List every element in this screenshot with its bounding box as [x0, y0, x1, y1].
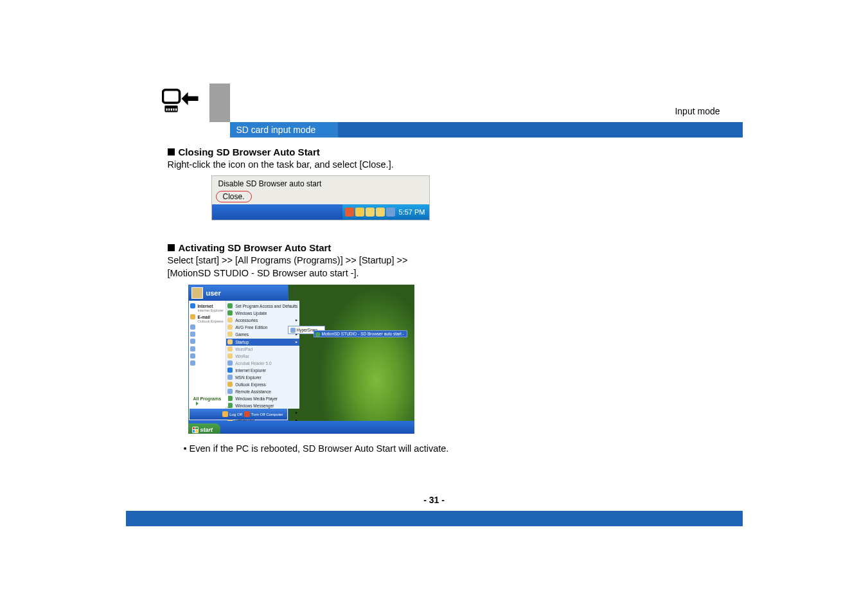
- xp-taskbar: start: [188, 421, 414, 434]
- start-item-recent: [189, 360, 226, 367]
- shutdown-button: Turn Off Computer: [244, 411, 283, 417]
- tray-clock: 5:57 PM: [399, 208, 425, 216]
- windows-logo-icon: [192, 427, 199, 433]
- heading-closing: Closing SD Browser Auto Start: [168, 147, 614, 157]
- svg-rect-5: [173, 109, 174, 111]
- mode-label: Input mode: [675, 106, 720, 116]
- start-item-recent: [189, 324, 226, 331]
- logo-area: [126, 84, 209, 122]
- all-programs-list: Set Program Access and Defaults Windows …: [226, 301, 299, 409]
- tray-icon: [386, 208, 395, 217]
- tray-icon: [366, 208, 375, 217]
- start-item-recent: [189, 331, 226, 338]
- startup-folder-highlighted: Startup▸: [226, 339, 299, 346]
- svg-rect-2: [166, 109, 167, 111]
- xp-taskbar: 5:57 PM: [212, 204, 429, 220]
- menu-item-disable: Disable SD Browser auto start: [216, 178, 425, 190]
- svg-rect-0: [163, 90, 179, 103]
- square-bullet-icon: [168, 244, 175, 251]
- tray-shield-icon: [345, 208, 354, 217]
- closing-instruction: Right-click the icon on the task bar, an…: [168, 159, 614, 172]
- reboot-note: • Even if the PC is rebooted, SD Browser…: [168, 443, 614, 456]
- menu-item-close-highlighted: Close.: [216, 191, 252, 202]
- taskbar-menu-screenshot: Disable SD Browser auto start Close. 5:5…: [211, 175, 614, 220]
- section-title: SD card input mode: [230, 122, 338, 138]
- start-item-recent: [189, 346, 226, 353]
- all-programs-button: All Programs: [191, 395, 228, 407]
- start-item-internet: Internet Internet Explorer: [189, 303, 226, 314]
- start-item-email: E-mail Outlook Express: [189, 314, 226, 324]
- tray-icon: [376, 208, 385, 217]
- footer-blue-bar: [126, 511, 743, 526]
- xp-desktop-wallpaper: [287, 285, 414, 421]
- activating-instruction: Select [start] >> [All Programs (Program…: [168, 254, 614, 280]
- sd-input-icon: [162, 87, 199, 118]
- start-item-recent: [189, 338, 226, 345]
- square-bullet-icon: [168, 148, 175, 155]
- svg-rect-6: [175, 109, 177, 111]
- tray-icon: [355, 208, 364, 217]
- start-item-recent: [189, 353, 226, 360]
- heading-activating: Activating SD Browser Auto Start: [168, 242, 614, 253]
- user-avatar-icon: [191, 287, 203, 299]
- xp-start-menu: user Internet Internet Explorer E-mail O…: [188, 285, 288, 421]
- motionsd-studio-item-highlighted: MotionSD STUDIO - SD Browser auto start …: [314, 330, 407, 337]
- page-number: - 31 -: [126, 495, 743, 505]
- grey-divider: [209, 84, 230, 122]
- user-name: user: [206, 289, 221, 297]
- svg-rect-3: [168, 109, 170, 111]
- logoff-button: Log Off: [222, 411, 242, 417]
- start-button: start: [188, 423, 221, 434]
- svg-rect-4: [170, 109, 172, 111]
- section-title-bar: SD card input mode: [126, 122, 743, 138]
- start-menu-screenshot: user Internet Internet Explorer E-mail O…: [188, 285, 414, 434]
- system-tray: 5:57 PM: [342, 204, 429, 220]
